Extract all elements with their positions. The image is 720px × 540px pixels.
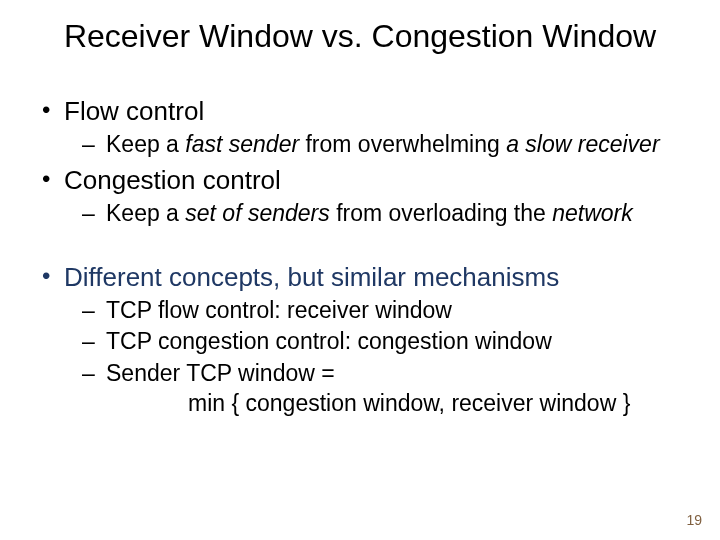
text-italic: set of senders: [185, 200, 329, 226]
text: from overwhelming: [299, 131, 506, 157]
bullet-tcp-flow: TCP flow control: receiver window: [38, 296, 690, 325]
bullet-different-concepts: Different concepts, but similar mechanis…: [38, 262, 690, 293]
text: Keep a: [106, 131, 185, 157]
formula-min: min { congestion window, receiver window…: [38, 390, 690, 417]
page-number: 19: [686, 512, 702, 528]
text: from overloading the: [330, 200, 552, 226]
slide-title: Receiver Window vs. Congestion Window: [0, 18, 720, 55]
slide: Receiver Window vs. Congestion Window Fl…: [0, 0, 720, 540]
bullet-sender-window: Sender TCP window =: [38, 359, 690, 388]
bullet-congestion-control-sub: Keep a set of senders from overloading t…: [38, 199, 690, 228]
bullet-flow-control: Flow control: [38, 96, 690, 127]
text-italic: a slow receiver: [506, 131, 659, 157]
bullet-congestion-control: Congestion control: [38, 165, 690, 196]
text-italic: fast sender: [185, 131, 299, 157]
slide-body: Flow control Keep a fast sender from ove…: [38, 90, 690, 417]
text-italic: network: [552, 200, 633, 226]
bullet-flow-control-sub: Keep a fast sender from overwhelming a s…: [38, 130, 690, 159]
text: Keep a: [106, 200, 185, 226]
bullet-tcp-congestion: TCP congestion control: congestion windo…: [38, 327, 690, 356]
